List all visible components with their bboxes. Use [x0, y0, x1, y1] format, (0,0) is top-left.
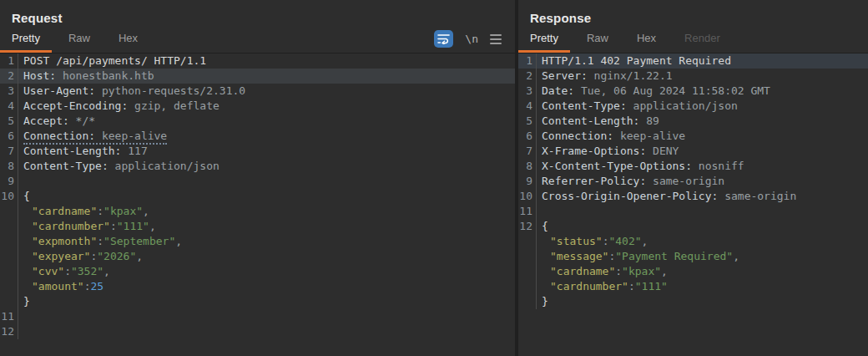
code-line[interactable]: 11: [0, 309, 515, 324]
request-tab-pretty[interactable]: Pretty: [0, 28, 52, 53]
code-line[interactable]: 11: [518, 204, 868, 219]
response-tab-pretty[interactable]: Pretty: [518, 28, 570, 53]
line-content: "expyear":"2026",: [18, 249, 143, 264]
line-content: Content-Length: 117: [18, 144, 148, 159]
response-panel-title: Response: [518, 0, 868, 30]
code-line[interactable]: 9Referrer-Policy: same-origin: [518, 174, 868, 189]
token-key: "expyear": [32, 250, 90, 262]
request-editor[interactable]: 1POST /api/payments/ HTTP/1.12Host: hone…: [0, 53, 515, 356]
token-punct: :: [628, 280, 635, 292]
line-content: }: [537, 294, 548, 309]
code-line[interactable]: "amount":25: [0, 279, 515, 294]
request-panel: Request PrettyRawHex \n 1POST /api/payme…: [0, 0, 515, 356]
code-line[interactable]: 9: [0, 174, 515, 189]
line-content: "cardnumber":"111",: [18, 219, 156, 234]
response-editor[interactable]: 1HTTP/1.1 402 Payment Required2Server: n…: [518, 53, 868, 356]
response-tab-hex[interactable]: Hex: [625, 28, 668, 53]
line-number: 1: [0, 53, 18, 69]
code-line[interactable]: 4Content-Type: application/json: [518, 99, 868, 114]
code-line[interactable]: 5Accept: */*: [0, 114, 515, 129]
code-line[interactable]: 8Content-Type: application/json: [0, 159, 515, 174]
code-line[interactable]: }: [518, 294, 868, 309]
line-content: Connection: keep-alive: [537, 129, 685, 144]
code-line[interactable]: 6Connection: keep-alive: [0, 129, 515, 144]
token-str: "352": [71, 265, 103, 277]
token-punct: ,: [661, 265, 668, 277]
code-line[interactable]: 4Accept-Encoding: gzip, deflate: [0, 99, 515, 114]
code-line[interactable]: "expmonth":"September",: [0, 234, 515, 249]
token-brace: }: [23, 295, 30, 308]
token-punct: :: [64, 265, 71, 277]
line-number: [0, 249, 18, 264]
line-number: [518, 249, 537, 264]
token-punct: ,: [149, 220, 156, 232]
line-number: 7: [0, 144, 18, 159]
code-line[interactable]: 2Server: nginx/1.22.1: [518, 69, 868, 84]
code-line[interactable]: 7Content-Length: 117: [0, 144, 515, 159]
token-name: Referrer-Policy:: [542, 175, 646, 187]
code-line[interactable]: }: [0, 294, 515, 309]
line-content: Server: nginx/1.22.1: [537, 69, 673, 84]
code-line[interactable]: "status":"402",: [518, 234, 868, 249]
request-tab-hex[interactable]: Hex: [107, 28, 149, 53]
token-key: "expmonth": [32, 235, 97, 247]
token-val: python-requests/2.31.0: [95, 84, 245, 97]
code-line[interactable]: 12: [0, 324, 515, 339]
code-line[interactable]: "cardnumber":"111",: [0, 219, 515, 234]
code-line[interactable]: 2Host: honestbank.htb: [0, 69, 515, 84]
word-wrap-icon[interactable]: [434, 30, 453, 48]
token-val: keep-alive: [95, 130, 167, 142]
request-tab-raw[interactable]: Raw: [57, 28, 102, 53]
code-line[interactable]: "message":"Payment Required",: [518, 249, 868, 264]
show-nonprintable-icon[interactable]: \n: [465, 33, 478, 45]
code-line[interactable]: 3User-Agent: python-requests/2.31.0: [0, 84, 515, 99]
token-punct: ,: [175, 235, 182, 247]
code-line[interactable]: 8X-Content-Type-Options: nosniff: [518, 159, 868, 174]
code-line[interactable]: 1POST /api/payments/ HTTP/1.1: [0, 53, 515, 69]
token-key: "cardname": [550, 265, 615, 277]
token-key: "status": [550, 235, 603, 247]
line-number: [0, 279, 18, 294]
line-content: HTTP/1.1 402 Payment Required: [537, 53, 731, 69]
code-line[interactable]: 10{: [0, 189, 515, 204]
line-content: Content-Type: application/json: [18, 159, 220, 174]
editor-menu-icon[interactable]: [490, 34, 502, 44]
code-line[interactable]: 5Content-Length: 89: [518, 114, 868, 129]
token-val: keep-alive: [613, 130, 685, 142]
response-panel: Response PrettyRawHexRender 1HTTP/1.1 40…: [518, 0, 868, 356]
response-tab-bar: PrettyRawHexRender: [518, 30, 868, 53]
code-line[interactable]: 10Cross-Origin-Opener-Policy: same-origi…: [518, 189, 868, 204]
token-val: Tue, 06 Aug 2024 11:58:02 GMT: [574, 84, 770, 97]
code-line[interactable]: "cardname":"kpax",: [0, 204, 515, 219]
code-line[interactable]: "cardnumber":"111": [518, 279, 868, 294]
token-brace: {: [23, 190, 30, 202]
token-punct: ,: [642, 235, 648, 247]
line-number: [0, 204, 18, 219]
line-number: 5: [518, 114, 537, 129]
line-number: [518, 234, 537, 249]
code-line[interactable]: "cardname":"kpax",: [518, 264, 868, 279]
code-line[interactable]: 12{: [518, 219, 868, 234]
token-brace: {: [542, 220, 548, 232]
line-content: "cvv":"352",: [18, 264, 110, 279]
token-name: Host:: [23, 69, 56, 82]
token-punct: ,: [143, 205, 149, 217]
token-str: "111": [635, 280, 668, 292]
token-val: application/json: [627, 99, 738, 112]
token-name: Accept:: [23, 114, 69, 127]
code-line[interactable]: 1HTTP/1.1 402 Payment Required: [518, 53, 868, 69]
code-line[interactable]: 3Date: Tue, 06 Aug 2024 11:58:02 GMT: [518, 84, 868, 99]
code-line[interactable]: 6Connection: keep-alive: [518, 129, 868, 144]
line-number: 1: [518, 53, 537, 69]
code-line[interactable]: 7X-Frame-Options: DENY: [518, 144, 868, 159]
code-line[interactable]: "cvv":"352",: [0, 264, 515, 279]
response-tab-raw[interactable]: Raw: [575, 28, 620, 53]
code-line[interactable]: "expyear":"2026",: [0, 249, 515, 264]
token-key: "cvv": [32, 265, 64, 277]
line-content: [18, 174, 23, 189]
line-number: 3: [0, 84, 18, 99]
token-name: Content-Type:: [542, 99, 627, 112]
line-number: 9: [0, 174, 18, 189]
line-number: [518, 279, 537, 294]
line-content: X-Content-Type-Options: nosniff: [537, 159, 744, 174]
